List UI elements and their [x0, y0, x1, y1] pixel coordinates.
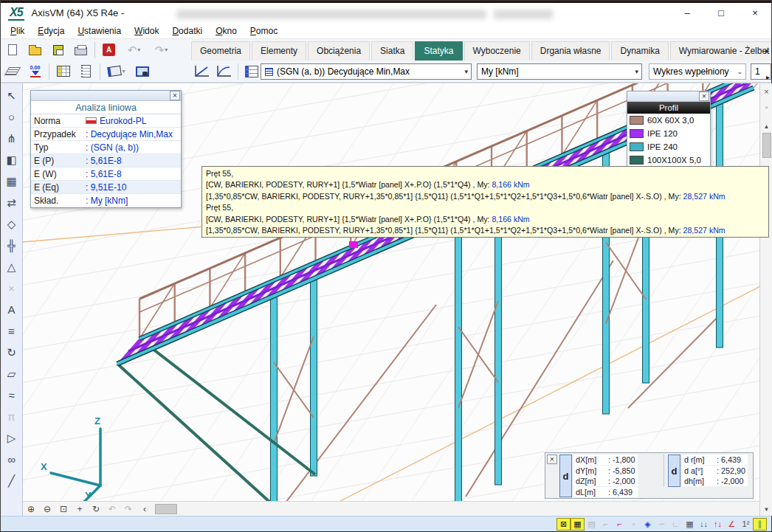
elevation-level-button[interactable]: 0.00 [24, 62, 46, 81]
rotate-icon[interactable]: ↻ [88, 504, 104, 514]
views-tool-button[interactable]: ⋔ [2, 128, 21, 149]
tab-drgania-wlasne[interactable]: Drgania własne [531, 41, 610, 61]
node-arrows-icon[interactable]: ↓↓ [697, 518, 711, 531]
background-grid-icon[interactable]: ▦ [683, 518, 697, 531]
new-file-button[interactable] [1, 41, 24, 60]
menu-okno[interactable]: Okno [209, 26, 244, 36]
menu-widok[interactable]: Widok [128, 26, 165, 36]
panel-header[interactable]: × [627, 91, 710, 102]
tab-wymiarowanie-zelbet[interactable]: Wymiarowanie - Żelbet [670, 41, 771, 61]
vertical-scrollbar-thumb[interactable] [762, 133, 771, 158]
dimension-lines-button[interactable]: ╬ [2, 235, 21, 256]
redo-dropdown-icon[interactable]: ▾ [165, 46, 168, 53]
save-drawing-button[interactable] [131, 62, 154, 81]
close-icon[interactable]: × [547, 455, 557, 464]
tab-siatka[interactable]: Siatka [371, 41, 413, 61]
layer-manager-tool-button[interactable]: ≡ [2, 320, 21, 342]
tab-elementy[interactable]: Elementy [252, 41, 306, 61]
drawing-library-button[interactable]: ▾ [103, 62, 131, 81]
undo-dropdown-icon[interactable]: ▾ [137, 46, 140, 53]
pan-icon[interactable]: + [72, 504, 88, 514]
numbering-icon[interactable]: 1² [739, 518, 753, 531]
virtual-beam-button[interactable]: π [2, 406, 21, 427]
display-options-button[interactable]: ∞ [2, 449, 21, 470]
move-tool-button[interactable]: ◇ [2, 213, 21, 235]
zoom-out-icon[interactable]: ⊖ [39, 504, 55, 514]
open-file-button[interactable] [24, 41, 46, 60]
color-coding-button[interactable]: ▦ [2, 170, 21, 192]
snap-nodes-icon[interactable]: ⊠ [556, 518, 571, 531]
close-icon[interactable]: × [170, 91, 180, 100]
snap-grid-icon[interactable]: ▦ [571, 518, 585, 531]
pdf-export-button[interactable]: A [97, 41, 120, 60]
menu-edycja[interactable]: Edycja [31, 26, 71, 36]
partition-icon[interactable]: ∥ [753, 518, 767, 531]
undo-view-icon[interactable]: ↶ [104, 504, 120, 514]
scroll-down-icon[interactable]: ▼ [764, 506, 770, 513]
minimize-button[interactable]: – [671, 3, 703, 23]
scroll-up-icon[interactable]: ▲ [764, 123, 770, 130]
menu-dodatki[interactable]: Dodatki [165, 26, 209, 36]
delta-mode-button[interactable]: d [668, 455, 680, 487]
section-line-button[interactable]: ≈ [2, 384, 21, 406]
geometry-tools-button[interactable]: △ [2, 256, 21, 277]
display-parameters-button[interactable] [241, 62, 263, 81]
save-button[interactable] [46, 41, 69, 60]
redo-view-icon[interactable]: ↷ [120, 504, 137, 514]
nonlinear-analysis-button[interactable] [213, 62, 235, 81]
chevron-down-icon[interactable]: ⌄ [737, 68, 742, 75]
selection-tool-button[interactable]: ↖ [2, 85, 21, 106]
workplane-tool-button[interactable]: ▱ [2, 363, 21, 384]
tab-wyboczenie[interactable]: Wyboczenie [464, 41, 530, 61]
edit-tool-button[interactable]: ╱ [2, 470, 21, 491]
print-button[interactable] [69, 41, 92, 60]
load-case-combo[interactable]: (SGN (a, b)) Decydujące Min,Max ▾ [261, 63, 472, 80]
zoom-tool-button[interactable]: ○ [2, 106, 21, 128]
tab-overflow-arrow-icon[interactable]: ▸ [765, 46, 769, 55]
diagram-style-combo[interactable]: Wykres wypełniony ⌄ [649, 63, 746, 80]
tab-statyka[interactable]: Statyka [415, 41, 462, 61]
view-close-icon[interactable]: × [764, 87, 768, 96]
workplane-icon[interactable]: ⌐ [599, 518, 613, 531]
renumbering-button[interactable]: ↻ [2, 342, 21, 363]
delta-mode-button[interactable]: d [559, 455, 572, 497]
transformations-button[interactable]: ⇄ [2, 192, 21, 213]
redo-button[interactable]: ↷▾ [148, 41, 175, 60]
layer-manager-button[interactable] [1, 62, 24, 81]
tab-dynamika[interactable]: Dynamika [611, 41, 668, 61]
combo-arrow-icon[interactable]: ▾ [464, 68, 468, 75]
linear-analysis-button[interactable] [191, 62, 213, 81]
zoom-fit-icon[interactable]: ⊡ [55, 504, 72, 514]
maximize-button[interactable]: □ [705, 3, 737, 23]
scroll-left-icon[interactable]: ‹ [137, 504, 153, 514]
workplane-active-icon[interactable]: ⌐ [613, 518, 627, 531]
polyline-draw-icon[interactable]: ∽ [655, 518, 669, 531]
domain-split-button[interactable]: × [2, 277, 21, 299]
rendering-tool-button[interactable]: ◧ [2, 149, 21, 170]
table-view-icon[interactable]: ▤ [585, 518, 599, 531]
combo-arrow-icon[interactable]: ▾ [635, 68, 638, 75]
selection-lock-icon[interactable]: ▫ [627, 518, 641, 531]
close-icon[interactable]: × [699, 91, 709, 101]
tab-geometria[interactable]: Geometria [191, 41, 250, 61]
view-restore-icon[interactable]: ▫ [765, 103, 768, 111]
text-annotation-button[interactable]: A [2, 299, 21, 320]
horizontal-scrollbar-thumb[interactable] [155, 504, 177, 514]
trajectory-icon[interactable]: ∟ [669, 518, 683, 531]
searchlight-button[interactable]: ▷ [2, 427, 21, 449]
close-button[interactable]: × [739, 3, 771, 23]
local-axes-icon[interactable]: ∠ [725, 518, 739, 531]
perpendicular-icon[interactable]: ◈ [641, 518, 655, 531]
tab-obciazenia[interactable]: Obciążenia [308, 41, 370, 61]
undo-button[interactable]: ↶▾ [120, 41, 148, 60]
menu-plik[interactable]: Plik [4, 26, 31, 36]
toolbar-overflow-arrow-icon[interactable]: ▸ [766, 73, 770, 81]
load-display-icon[interactable]: ↑↓ [711, 518, 725, 531]
result-component-combo[interactable]: My [kNm] ▾ [477, 63, 642, 80]
menu-pomoc[interactable]: Pomoc [244, 26, 284, 36]
report-maker-button[interactable] [75, 62, 97, 81]
table-browser-button[interactable] [52, 62, 75, 81]
zoom-in-icon[interactable]: ⊕ [23, 504, 39, 514]
menu-ustawienia[interactable]: Ustawienia [71, 26, 128, 36]
book-dropdown-icon[interactable]: ▾ [122, 68, 125, 75]
